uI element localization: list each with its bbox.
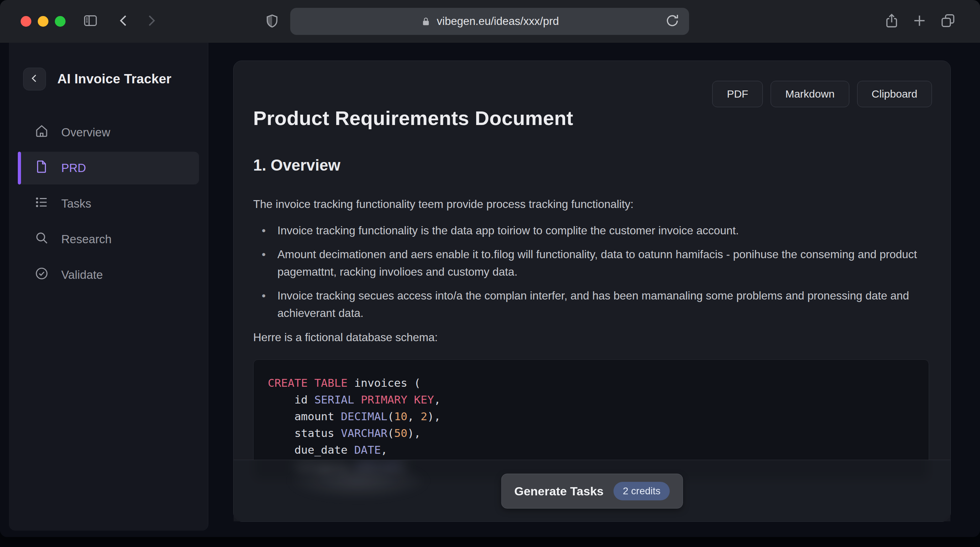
code-token: SERIAL — [315, 393, 354, 406]
file-icon — [34, 159, 49, 177]
sidebar-item-research[interactable]: Research — [18, 223, 199, 256]
sidebar-item-label: PRD — [61, 161, 86, 175]
footer-bar: Generate Tasks 2 credits — [234, 460, 950, 522]
bullet-list: Invoice tracking functionality is the da… — [253, 222, 923, 328]
tabs-icon — [940, 13, 956, 30]
url-bar[interactable]: vibegen.eu/ideas/xxx/prd — [290, 8, 689, 35]
forward-button[interactable] — [142, 12, 160, 31]
code-token: PRIMARY KEY — [361, 393, 434, 406]
code-token: ( — [387, 410, 394, 423]
export-toolbar: PDF Markdown Clipboard — [712, 81, 932, 107]
code-token: invoices ( — [348, 377, 420, 389]
clipboard-button[interactable]: Clipboard — [857, 81, 932, 107]
home-icon — [34, 124, 49, 142]
bullet-item: Amount decimationen and aers enable it t… — [253, 246, 923, 281]
code-token: ), — [427, 410, 441, 423]
plus-icon — [911, 13, 928, 30]
chevron-left-icon — [116, 13, 132, 30]
sidebar-item-label: Research — [61, 232, 111, 246]
schema-note: Herre is a fictional database schema: — [253, 331, 438, 344]
code-token: status — [268, 427, 341, 439]
code-token: DATE — [354, 444, 381, 456]
code-line: status VARCHAR(50), — [268, 425, 915, 442]
code-line: amount DECIMAL(10, 2), — [268, 408, 915, 425]
sidebar-toggle-icon — [82, 13, 99, 30]
blur-smudge — [287, 463, 430, 499]
code-token: 2 — [420, 410, 427, 423]
sidebar-item-label: Validate — [61, 268, 103, 282]
reload-icon — [665, 24, 680, 30]
browser-window: vibegen.eu/ideas/xxx/prd — [0, 0, 980, 537]
traffic-light-minimize[interactable] — [38, 16, 48, 27]
page-title: Product Requirements Document — [253, 107, 573, 130]
sidebar-toggle-button[interactable] — [81, 12, 100, 31]
generate-tasks-label: Generate Tasks — [514, 484, 604, 498]
traffic-light-close[interactable] — [21, 16, 31, 27]
check-circle-icon — [34, 266, 49, 284]
list-icon — [34, 195, 49, 213]
browser-chrome: vibegen.eu/ideas/xxx/prd — [0, 0, 980, 43]
tab-overview-button[interactable] — [939, 12, 957, 31]
code-token: ), — [407, 427, 420, 439]
code-line: id SERIAL PRIMARY KEY, — [268, 391, 915, 408]
screen: vibegen.eu/ideas/xxx/prd — [0, 0, 980, 547]
code-token: , — [407, 410, 420, 423]
code-token: amount — [268, 410, 341, 423]
code-token: DECIMAL — [341, 410, 387, 423]
code-token: ( — [387, 427, 394, 439]
generate-tasks-button[interactable]: Generate Tasks 2 credits — [501, 474, 683, 509]
markdown-button[interactable]: Markdown — [771, 81, 849, 107]
sidebar-item-label: Overview — [61, 126, 110, 139]
code-token: VARCHAR — [341, 427, 387, 439]
sidebar: AI Invoice Tracker Overview — [9, 43, 208, 531]
intro-paragraph: The invoice tracking functionality teem … — [253, 196, 923, 213]
code-token: id — [268, 393, 315, 406]
share-icon — [883, 13, 900, 30]
code-token: 50 — [394, 427, 407, 439]
code-token: , — [434, 393, 441, 406]
sidebar-item-overview[interactable]: Overview — [18, 116, 199, 149]
traffic-light-zoom[interactable] — [55, 16, 65, 27]
reload-button[interactable] — [665, 13, 682, 30]
sidebar-item-tasks[interactable]: Tasks — [18, 187, 199, 220]
sidebar-header: AI Invoice Tracker — [9, 43, 208, 91]
chevron-right-icon — [143, 13, 159, 30]
code-line: due_date DATE, — [268, 442, 915, 458]
back-button[interactable] — [115, 12, 133, 31]
code-token: 10 — [394, 410, 407, 423]
code-token — [354, 393, 361, 406]
lock-icon — [420, 16, 431, 27]
credits-badge: 2 credits — [614, 482, 670, 500]
back-nav-button[interactable] — [23, 68, 46, 91]
sidebar-item-label: Tasks — [61, 197, 91, 210]
pdf-button[interactable]: PDF — [712, 81, 763, 107]
sidebar-nav: Overview PRD — [9, 116, 208, 291]
sidebar-item-prd[interactable]: PRD — [18, 152, 199, 184]
code-token: CREATE TABLE — [268, 377, 348, 389]
section-heading: 1. Overview — [253, 156, 340, 174]
code-token: , — [381, 444, 387, 456]
chevron-left-icon — [29, 73, 40, 86]
app-title: AI Invoice Tracker — [57, 72, 171, 86]
search-icon — [34, 231, 49, 248]
privacy-shield-icon[interactable] — [263, 12, 281, 31]
url-text: vibegen.eu/ideas/xxx/prd — [437, 15, 559, 28]
code-token: due_date — [268, 444, 354, 456]
new-tab-button[interactable] — [910, 12, 929, 31]
code-line: CREATE TABLE invoices ( — [268, 375, 915, 391]
bullet-item: Invoice tracking functionality is the da… — [253, 222, 923, 239]
bullet-item: Invoice tracking secues access into/a th… — [253, 287, 923, 322]
document-card: PDF Markdown Clipboard Product Requireme… — [233, 60, 951, 522]
share-button[interactable] — [883, 12, 901, 31]
sidebar-item-validate[interactable]: Validate — [18, 259, 199, 291]
